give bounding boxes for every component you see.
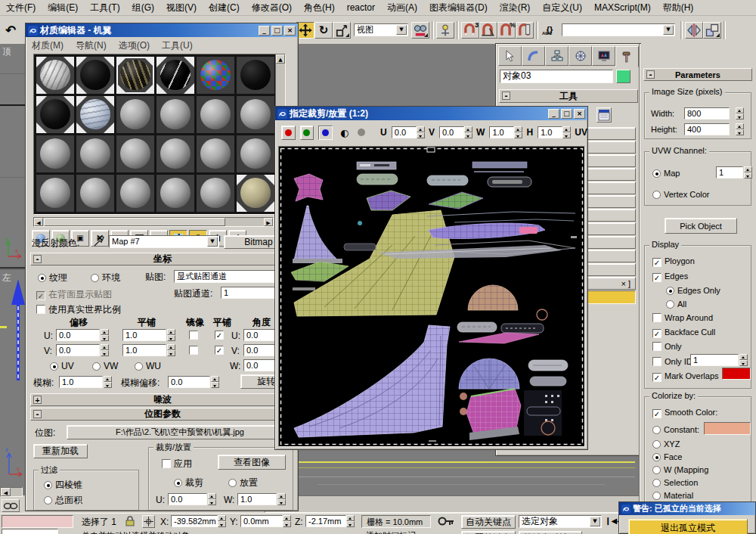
face-radio[interactable]: Face xyxy=(652,452,682,463)
use-pivot-point-button[interactable] xyxy=(411,22,429,39)
close-button[interactable]: × xyxy=(284,26,296,36)
material-sample-slot-16[interactable] xyxy=(156,135,194,172)
u-tile-checkbox[interactable]: ✓ xyxy=(215,331,224,340)
menu-item-1[interactable]: 编辑(E) xyxy=(42,0,84,16)
material-sample-slot-19[interactable] xyxy=(36,175,74,212)
material-sample-slot-9[interactable] xyxy=(116,96,154,133)
scroll-left-icon[interactable]: ◀ xyxy=(1,488,11,496)
material-sample-slot-13[interactable] xyxy=(36,135,74,172)
spinner-down-icon[interactable] xyxy=(101,335,109,341)
spinner-down-icon[interactable] xyxy=(101,350,109,356)
dropdown-arrow-icon[interactable]: ▼ xyxy=(396,25,407,35)
spinner-up-icon[interactable] xyxy=(104,376,112,382)
tab-hierarchy[interactable] xyxy=(545,46,569,66)
spinner-up-icon[interactable] xyxy=(167,344,175,350)
spinner-up-icon[interactable] xyxy=(744,166,752,172)
only-id-spinner[interactable] xyxy=(739,354,748,366)
map-channel-field[interactable]: 1 xyxy=(221,287,281,299)
object-color-swatch[interactable] xyxy=(616,70,631,83)
x-spinner[interactable] xyxy=(218,515,226,527)
material-menu-item-2[interactable]: 选项(O) xyxy=(113,38,156,54)
material-sample-slot-14[interactable] xyxy=(76,135,114,172)
material-sample-slot-12[interactable] xyxy=(237,96,274,133)
manipulate-button[interactable] xyxy=(436,22,454,39)
v-field[interactable]: 0.0 xyxy=(439,126,464,138)
key-mode-dropdown[interactable]: 选定对象▼ xyxy=(519,515,602,528)
pick-object-button[interactable]: Pick Object xyxy=(665,218,737,234)
height-spinner[interactable] xyxy=(736,123,744,135)
rotate-tool-button[interactable]: ↻ xyxy=(314,22,333,39)
material-sample-slot-5[interactable] xyxy=(197,57,234,94)
show-map-on-back-checkbox[interactable]: ✓在背面显示贴图 xyxy=(36,288,112,301)
spinner-down-icon[interactable] xyxy=(167,335,175,341)
collapse-icon[interactable]: - xyxy=(502,92,510,100)
v-offset-spinner[interactable] xyxy=(101,344,109,356)
collapse-icon[interactable]: - xyxy=(33,255,42,263)
apply-checkbox[interactable]: 应用 xyxy=(162,458,192,470)
blur-offset-spinner[interactable] xyxy=(211,376,219,388)
width-spinner[interactable] xyxy=(736,107,744,120)
edges-checkbox[interactable]: ✓Edges xyxy=(652,271,688,282)
material-sample-slot-7[interactable] xyxy=(36,96,74,133)
spinner-up-icon[interactable] xyxy=(101,329,109,335)
material-sample-slot-18[interactable] xyxy=(237,135,274,172)
dropdown-arrow-icon[interactable]: ▼ xyxy=(663,25,674,35)
width-field[interactable]: 800 xyxy=(684,107,730,120)
macro-recorder-pane[interactable] xyxy=(2,515,73,528)
w-mapping-radio[interactable]: W (Mapping xyxy=(652,464,708,476)
bitmap-params-rollout-header[interactable]: -位图参数 xyxy=(30,408,295,421)
spinner-down-icon[interactable] xyxy=(211,382,219,388)
reload-button[interactable]: 重新加载 xyxy=(33,444,88,458)
all-radio[interactable]: All xyxy=(666,299,686,310)
scroll-right-icon[interactable]: ▶ xyxy=(264,218,273,226)
maximize-button[interactable]: □ xyxy=(271,26,283,36)
named-selection-dropdown[interactable]: ▼ xyxy=(562,23,675,36)
v-tile-checkbox[interactable]: ✓ xyxy=(215,346,224,355)
close-button[interactable]: × xyxy=(574,109,585,119)
spinner-up-icon[interactable] xyxy=(283,515,291,521)
undo-icon[interactable]: ↶ xyxy=(2,22,20,39)
blur-spinner[interactable] xyxy=(104,376,112,388)
map-radio[interactable]: Map xyxy=(652,168,680,179)
u-tiling-field[interactable]: 1.0 xyxy=(122,329,166,341)
only-id-field[interactable]: 1 xyxy=(690,354,739,366)
material-sample-slot-24[interactable] xyxy=(237,175,274,212)
dropdown-arrow-icon[interactable]: ▼ xyxy=(207,237,218,247)
set-key-button[interactable]: 设置关键点 xyxy=(461,531,516,534)
u-spinner[interactable] xyxy=(417,126,425,138)
scroll-up-icon[interactable]: ▲ xyxy=(276,54,285,64)
selection-lock-toggle[interactable] xyxy=(2,499,20,512)
menu-item-9[interactable]: 动画(A) xyxy=(381,0,423,16)
red-channel-button[interactable] xyxy=(281,126,296,140)
spinner-down-icon[interactable] xyxy=(736,113,744,120)
warning-titlebar[interactable]: 警告: 已孤立的当前选择 xyxy=(619,502,755,515)
map-channel-spinner[interactable] xyxy=(744,166,752,179)
spinner-up-icon[interactable] xyxy=(736,107,744,113)
align-button[interactable] xyxy=(703,22,721,39)
menu-item-13[interactable]: MAXScript(M) xyxy=(588,1,657,14)
material-sample-slot-10[interactable] xyxy=(156,96,194,133)
vertex-color-radio[interactable]: Vertex Color xyxy=(652,189,710,200)
v-offset-field[interactable]: 0.0 xyxy=(56,344,100,356)
maximize-button[interactable]: □ xyxy=(561,109,572,119)
blur-field[interactable]: 1.0 xyxy=(59,376,103,388)
height-field[interactable]: 400 xyxy=(684,123,730,135)
constant-radio[interactable]: Constant: xyxy=(652,424,699,436)
slots-hscrollbar[interactable]: ◀ ▶ xyxy=(33,217,274,227)
material-menu-item-1[interactable]: 导航(N) xyxy=(70,38,113,54)
mark-overlaps-color-swatch[interactable] xyxy=(722,368,751,380)
spinner-up-icon[interactable] xyxy=(277,493,286,499)
uv-radio[interactable]: UV xyxy=(50,361,74,372)
crop-w-spinner[interactable] xyxy=(277,493,286,505)
scale-tool-button[interactable] xyxy=(333,22,351,39)
material-sample-slot-22[interactable] xyxy=(156,175,194,212)
spinner-down-icon[interactable] xyxy=(208,499,216,505)
only-id-checkbox[interactable]: Only ID xyxy=(652,356,692,368)
dropdown-arrow-icon[interactable]: ▼ xyxy=(590,517,600,526)
texture-radio[interactable]: 纹理 xyxy=(38,272,67,284)
map-channel-field[interactable]: 1 xyxy=(716,166,743,179)
material-sample-slot-21[interactable] xyxy=(116,175,154,212)
map-name-dropdown[interactable]: Map #7▼ xyxy=(109,235,219,248)
spinner-down-icon[interactable] xyxy=(514,132,522,138)
tab-motion[interactable] xyxy=(569,46,592,66)
